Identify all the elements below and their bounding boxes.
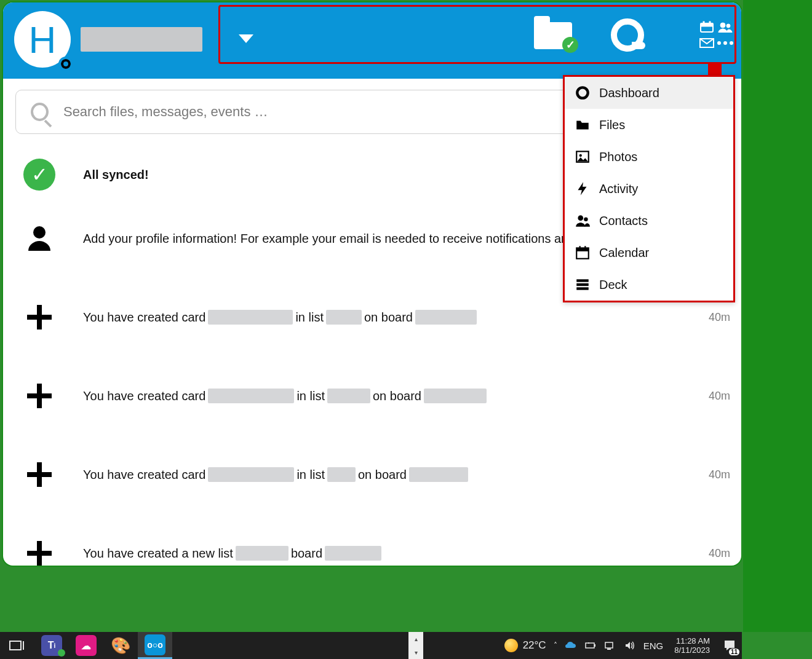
svg-point-5 [726,24,730,28]
svg-rect-25 [27,472,52,477]
contacts-quicklink[interactable] [718,21,733,33]
talk-button[interactable] [611,18,644,52]
cloud-app-icon: ☁ [76,635,97,656]
svg-rect-17 [576,283,589,286]
taskbar-app-pink[interactable]: ☁ [69,632,103,659]
menu-item-label: Files [599,118,625,132]
menu-item-label: Activity [599,182,638,196]
redacted-chip [409,467,468,482]
battery-tray-icon[interactable] [584,639,597,652]
activity-row[interactable]: You have created card in list on board 4… [20,357,733,435]
plus-icon [20,460,58,489]
menu-item-calendar[interactable]: Calendar [565,237,733,269]
taskbar-app-paint[interactable]: 🎨 [103,632,138,659]
activity-row[interactable]: You have created card in list on board 4… [20,435,733,514]
language-indicator[interactable]: ENG [643,641,664,651]
svg-rect-28 [10,641,21,650]
search-icon [31,103,49,121]
activity-text: You have created card in list on board [83,310,733,325]
activity-text: You have created card in list on board [83,467,733,482]
menu-item-label: Contacts [599,214,648,228]
svg-rect-32 [588,642,589,644]
taskbar-app-teams[interactable]: Ti [34,632,69,659]
activity-text: You have created card in list on board [83,389,733,403]
scroll-up-icon[interactable]: ▴ [408,632,423,645]
redacted-chip [208,467,294,482]
talk-bubble-icon [611,18,644,52]
task-view-button[interactable] [0,632,34,659]
svg-rect-34 [607,649,611,650]
activity-text: You have created a new list board [83,546,733,561]
svg-rect-23 [27,393,52,398]
timestamp: 40m [709,390,730,403]
paint-icon: 🎨 [110,635,131,656]
svg-point-10 [578,215,583,221]
clock-time: 11:28 AM [674,636,710,645]
onedrive-tray-icon[interactable] [565,639,577,652]
weather-temp: 22°C [523,639,546,652]
menu-item-photos[interactable]: Photos [565,141,733,173]
status-dot-icon [58,649,65,657]
calendar-quicklink[interactable] [699,21,714,33]
svg-rect-14 [579,246,581,249]
more-apps-button[interactable] [718,37,733,49]
task-view-icon [9,639,25,652]
header-quicklinks [699,21,733,49]
svg-rect-21 [27,315,52,320]
account-name-redacted[interactable] [81,27,202,52]
calendar-icon [699,21,714,33]
menu-item-activity[interactable]: Activity [565,173,733,205]
taskbar-app-nextcloud[interactable]: o○o [138,632,172,659]
photos-icon [575,149,591,165]
taskbar-clock[interactable]: 11:28 AM 8/11/2023 [671,636,714,655]
redacted-chip [327,467,356,482]
desktop-background-strip [743,0,812,632]
tray-overflow-button[interactable]: ˄ [554,641,557,650]
timestamp: 40m [709,311,730,324]
svg-rect-27 [27,551,52,556]
ellipsis-icon [717,41,733,45]
svg-rect-13 [576,248,589,251]
redacted-chip [208,310,293,325]
sun-icon [504,639,518,652]
svg-point-11 [584,218,588,222]
weather-widget[interactable]: 22°C [504,639,546,652]
scroll-down-icon[interactable]: ▾ [408,645,423,659]
menu-item-dashboard[interactable]: Dashboard [565,77,733,109]
account-dropdown-caret-icon[interactable] [239,34,253,43]
svg-rect-31 [594,644,595,647]
taskbar-pinned-apps: Ti ☁ 🎨 o○o [0,632,172,659]
redacted-chip [326,310,362,325]
svg-rect-18 [576,287,589,290]
activity-row[interactable]: You have created a new list board 40m [20,514,733,567]
svg-rect-3 [709,22,710,25]
annotation-highlight-box [218,5,736,64]
svg-rect-1 [701,23,713,26]
open-folder-button[interactable]: ✓ [534,18,575,49]
menu-item-files[interactable]: Files [565,109,733,141]
notification-badge: 11 [729,649,739,655]
sync-ok-badge-icon: ✓ [562,37,578,53]
app-scrollbar[interactable]: ▴ ▾ [408,632,423,659]
network-tray-icon[interactable] [604,639,616,652]
menu-item-deck[interactable]: Deck [565,269,733,301]
volume-tray-icon[interactable] [624,639,636,652]
windows-taskbar: Ti ☁ 🎨 o○o ▴ ▾ 22°C ˄ ENG 11: [0,632,742,659]
svg-point-7 [577,87,587,98]
mail-quicklink[interactable] [699,37,714,49]
lightning-icon [575,181,591,197]
redacted-chip [415,310,477,325]
svg-rect-2 [703,22,704,25]
user-avatar[interactable]: H [14,11,71,68]
svg-rect-33 [605,642,613,648]
action-center-button[interactable]: 11 [721,637,738,654]
redacted-chip [327,389,370,403]
taskbar-tray: 22°C ˄ ENG 11:28 AM 8/11/2023 11 [504,632,742,659]
menu-item-label: Dashboard [599,86,659,100]
menu-item-contacts[interactable]: Contacts [565,205,733,237]
app-window: H ✓ [2,1,742,567]
svg-point-4 [720,23,725,28]
person-icon [20,224,58,253]
redacted-chip [424,389,487,403]
menu-item-label: Deck [599,278,627,292]
